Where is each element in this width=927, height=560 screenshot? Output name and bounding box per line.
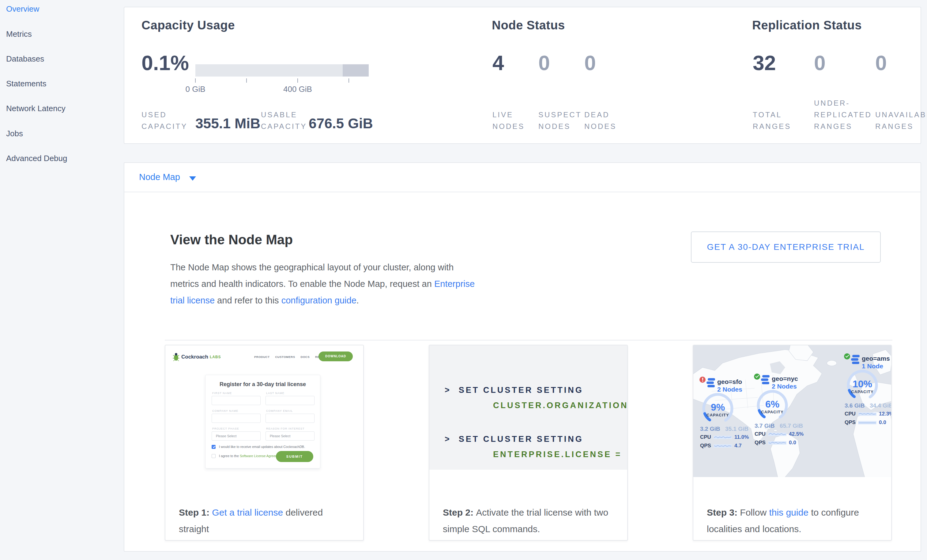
sidebar-item-metrics[interactable]: Metrics [6,29,32,39]
cockroach-labs-logo: Cockroach LABS [173,353,221,361]
description-line-3: trial license and refer to this configur… [170,292,475,309]
capacity-gauge: 9% CAPACITY [701,391,735,426]
nav-docs: DOCS [301,355,310,358]
node-stack-icon [706,378,716,389]
cluster-overview-page: Overview Metrics Databases Statements Ne… [0,0,927,560]
capacity-used-percent: 0.1% [141,51,189,75]
sidebar-item-jobs[interactable]: Jobs [6,129,23,138]
configuration-guide-link[interactable]: configuration guide [281,296,357,305]
project-phase-placeholder: Please Select [216,434,236,438]
email-updates-checkbox [211,445,216,449]
node-stack-icon [851,355,860,366]
qps-sparkline [768,440,786,445]
nav-customers: CUSTOMERS [275,355,295,358]
unavailable-ranges-label: UNAVAILABLE RANGES [875,109,927,132]
sql-line-1: > SET CLUSTER SETTING [445,385,584,395]
suspect-nodes-label: SUSPECT NODES [538,109,578,132]
project-phase-label: PROJECT PHASE [212,427,239,430]
step-1-card: Cockroach LABS PRODUCT CUSTOMERS DOCS RE… [165,345,364,541]
trial-license-site-thumbnail: Cockroach LABS PRODUCT CUSTOMERS DOCS RE… [166,345,363,468]
live-nodes-label: LIVE NODES [492,109,532,132]
email-updates-text: I would like to receive email updates ab… [219,445,305,449]
node-status-title: Node Status [492,18,565,32]
enterprise-trial-license-link[interactable]: Enterprise [434,279,475,289]
get-trial-license-link[interactable]: Get a trial license [212,507,283,518]
sidebar-item-overview[interactable]: Overview [6,4,39,14]
suspect-nodes-value: 0 [538,51,550,75]
reason-placeholder: Please Select [270,434,290,438]
replication-status-title: Replication Status [752,18,862,32]
sidebar-item-advanced-debug[interactable]: Advanced Debug [6,154,67,163]
total-ranges-value: 32 [753,51,776,75]
submit-button: SUBMIT [276,451,313,462]
get-enterprise-trial-button[interactable]: GET A 30-DAY ENTERPRISE TRIAL [691,231,881,263]
last-name-field [266,396,315,405]
sql-commands-block: > SET CLUSTER SETTING CLUSTER.ORGANIZATI… [429,345,627,470]
sql-line-4: ENTERPRISE.LICENSE = [493,450,622,459]
company-email-field [266,414,315,423]
company-email-label: COMPANY EMAIL [266,409,293,413]
total-ranges-label: TOTAL RANGES [753,109,816,132]
nav-product: PRODUCT [254,355,269,358]
usable-capacity-value: 676.5 GiB [309,115,373,132]
step-3-card: geo=sfo2 Nodes 9% CAPACITY 3.2 GiB35.1 G… [693,345,892,541]
node-map-heading: View the Node Map [170,232,293,247]
brand-suffix: LABS [210,355,221,359]
node-map-panel: Node Map View the Node Map The Node Map … [124,162,921,552]
capacity-axis-tick [348,78,349,83]
step-1-caption: Step 1: Get a trial license delivered st… [179,504,355,541]
first-name-label: FIRST NAME [212,392,232,395]
license-agree-text: I agree to the Software License Agreemen… [219,454,284,458]
company-name-field [211,414,261,423]
sql-line-2: CLUSTER.ORGANIZATION = [493,401,628,410]
sidebar-item-databases[interactable]: Databases [6,54,44,64]
capacity-axis-tick [195,78,196,83]
status-ok-icon [844,353,850,360]
chevron-down-icon [189,176,196,181]
capacity-axis-tick [297,78,298,83]
under-replicated-value: 0 [814,51,826,75]
node-map-selector-label: Node Map [139,172,180,182]
qps-sparkline [714,444,732,448]
capacity-axis-label-400: 400 GiB [273,85,322,94]
section-divider [165,340,892,340]
status-warning-icon [699,376,705,383]
node-map-preview: geo=sfo2 Nodes 9% CAPACITY 3.2 GiB35.1 G… [693,345,891,477]
used-capacity-label: USED CAPACITY [141,109,190,132]
sql-line-3: > SET CLUSTER SETTING [445,434,584,444]
company-name-label: COMPANY NAME [212,409,238,413]
reason-label: REASON FOR INTEREST [266,427,305,430]
capacity-axis-tick [246,78,247,83]
capacity-bar [195,64,369,77]
form-title: Register for a 30-day trial license [205,381,320,388]
cockroach-bug-icon [173,353,179,361]
dead-nodes-value: 0 [584,51,596,75]
cpu-sparkline [858,412,877,416]
trial-registration-form: Register for a 30-day trial license FIRS… [205,375,320,469]
step-2-caption: Step 2: Activate the trial license with … [443,504,619,537]
dead-nodes-label: DEAD NODES [584,109,624,132]
unavailable-ranges-value: 0 [875,51,887,75]
step-2-card: > SET CLUSTER SETTING CLUSTER.ORGANIZATI… [429,345,628,541]
sidebar-item-statements[interactable]: Statements [6,79,47,88]
capacity-gauge: 6% CAPACITY [755,388,790,422]
enterprise-trial-license-link[interactable]: trial license [170,296,215,305]
description-line-2: metrics and health indicators. To enable… [170,276,475,292]
capacity-bar-reserved-segment [343,64,369,77]
status-ok-icon [754,373,760,379]
cpu-sparkline [768,432,786,436]
this-guide-link[interactable]: this guide [769,507,808,518]
sidebar-item-network-latency[interactable]: Network Latency [6,104,65,113]
description-line-1: The Node Map shows the geographical layo… [170,259,475,276]
first-name-field [211,396,261,405]
license-agree-checkbox [211,454,216,458]
usable-capacity-label: USABLE CAPACITY [261,109,310,132]
step-3-caption: Step 3: Follow this guide to configure l… [707,504,883,537]
node-stack-icon [761,375,770,386]
node-map-view-selector[interactable]: Node Map [124,163,921,192]
cpu-sparkline [714,435,732,439]
download-button: DOWNLOAD [319,352,353,361]
capacity-usage-title: Capacity Usage [141,18,235,32]
used-capacity-value: 355.1 MiB [195,115,260,132]
node-map-description: The Node Map shows the geographical layo… [170,259,475,309]
